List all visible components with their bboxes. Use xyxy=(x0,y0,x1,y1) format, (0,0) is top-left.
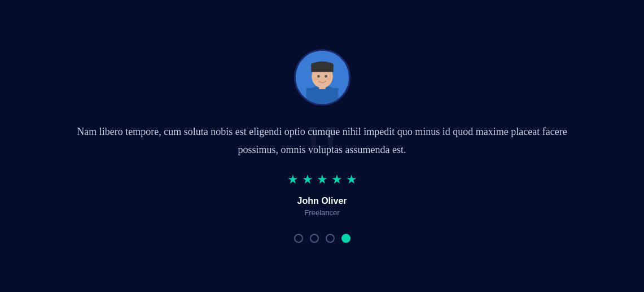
star-2: ★ xyxy=(302,172,313,187)
star-4: ★ xyxy=(331,172,343,187)
dot-2[interactable] xyxy=(310,234,319,243)
star-1: ★ xyxy=(287,172,299,187)
carousel-dots[interactable] xyxy=(294,234,351,243)
dot-4-active[interactable] xyxy=(341,234,351,243)
author-role: Freelancer xyxy=(68,208,576,217)
avatar xyxy=(294,49,351,106)
svg-point-9 xyxy=(313,77,318,80)
svg-rect-2 xyxy=(306,88,338,103)
svg-rect-6 xyxy=(311,63,333,72)
star-5: ★ xyxy=(346,172,357,187)
star-3: ★ xyxy=(317,172,328,187)
testimonial-section: " Nam libero tempore, cum soluta nobis e… xyxy=(0,0,644,292)
dot-1[interactable] xyxy=(294,234,303,243)
star-rating: ★ ★ ★ ★ ★ xyxy=(68,172,576,187)
svg-point-10 xyxy=(326,77,331,80)
quote-block: " Nam libero tempore, cum soluta nobis e… xyxy=(68,123,576,217)
svg-point-8 xyxy=(325,75,327,77)
svg-point-7 xyxy=(317,75,320,77)
author-name: John Oliver xyxy=(68,196,576,206)
testimonial-text: Nam libero tempore, cum soluta nobis est… xyxy=(68,123,576,159)
dot-3[interactable] xyxy=(326,234,335,243)
